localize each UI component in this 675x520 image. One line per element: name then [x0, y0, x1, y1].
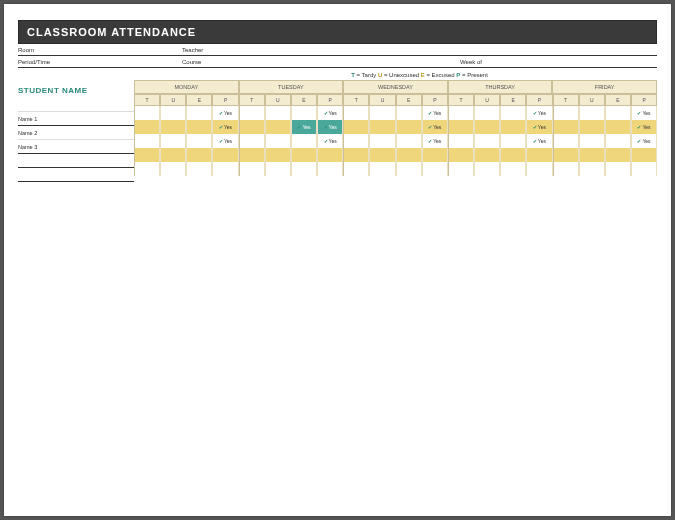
attendance-cell[interactable]: [448, 148, 474, 162]
attendance-cell[interactable]: [500, 106, 526, 120]
attendance-cell[interactable]: [553, 120, 579, 134]
attendance-cell[interactable]: [343, 134, 369, 148]
attendance-cell[interactable]: [343, 106, 369, 120]
attendance-cell[interactable]: ✔Yes: [291, 120, 317, 134]
attendance-cell[interactable]: [343, 162, 369, 176]
attendance-cell[interactable]: [239, 134, 265, 148]
attendance-cell[interactable]: [291, 106, 317, 120]
attendance-cell[interactable]: [605, 148, 631, 162]
attendance-cell[interactable]: [605, 162, 631, 176]
attendance-cell[interactable]: ✔Yes: [212, 134, 238, 148]
attendance-cell[interactable]: [396, 106, 422, 120]
attendance-cell[interactable]: ✔Yes: [212, 120, 238, 134]
attendance-cell[interactable]: [500, 162, 526, 176]
attendance-cell[interactable]: [134, 148, 160, 162]
attendance-cell[interactable]: ✔Yes: [631, 106, 657, 120]
attendance-cell[interactable]: [291, 148, 317, 162]
attendance-cell[interactable]: [186, 162, 212, 176]
attendance-cell[interactable]: ✔Yes: [631, 134, 657, 148]
attendance-cell[interactable]: [422, 162, 448, 176]
attendance-cell[interactable]: [239, 106, 265, 120]
attendance-cell[interactable]: ✔Yes: [422, 134, 448, 148]
attendance-cell[interactable]: [343, 120, 369, 134]
attendance-cell[interactable]: [579, 134, 605, 148]
attendance-cell[interactable]: ✔Yes: [631, 120, 657, 134]
attendance-cell[interactable]: [317, 162, 343, 176]
attendance-cell[interactable]: [448, 162, 474, 176]
attendance-cell[interactable]: [474, 134, 500, 148]
attendance-cell[interactable]: [265, 148, 291, 162]
attendance-cell[interactable]: [605, 134, 631, 148]
attendance-cell[interactable]: [579, 106, 605, 120]
attendance-cell[interactable]: [160, 162, 186, 176]
attendance-cell[interactable]: [448, 120, 474, 134]
attendance-cell[interactable]: [553, 148, 579, 162]
attendance-cell[interactable]: [186, 148, 212, 162]
attendance-cell[interactable]: ✔Yes: [422, 120, 448, 134]
attendance-cell[interactable]: [369, 148, 395, 162]
attendance-cell[interactable]: [448, 106, 474, 120]
attendance-cell[interactable]: [474, 120, 500, 134]
attendance-cell[interactable]: ✔Yes: [212, 106, 238, 120]
attendance-cell[interactable]: [212, 148, 238, 162]
attendance-cell[interactable]: ✔Yes: [526, 120, 552, 134]
attendance-cell[interactable]: [605, 120, 631, 134]
attendance-cell[interactable]: [160, 106, 186, 120]
attendance-cell[interactable]: ✔Yes: [317, 120, 343, 134]
attendance-cell[interactable]: [134, 162, 160, 176]
attendance-cell[interactable]: [422, 148, 448, 162]
attendance-cell[interactable]: [553, 134, 579, 148]
attendance-cell[interactable]: [160, 148, 186, 162]
attendance-cell[interactable]: [579, 162, 605, 176]
attendance-cell[interactable]: [239, 120, 265, 134]
attendance-cell[interactable]: [343, 148, 369, 162]
attendance-cell[interactable]: [291, 134, 317, 148]
attendance-cell[interactable]: [448, 134, 474, 148]
attendance-cell[interactable]: [474, 106, 500, 120]
attendance-cell[interactable]: [160, 120, 186, 134]
attendance-cell[interactable]: [369, 120, 395, 134]
attendance-cell[interactable]: [631, 162, 657, 176]
attendance-cell[interactable]: [605, 106, 631, 120]
attendance-cell[interactable]: ✔Yes: [317, 106, 343, 120]
attendance-cell[interactable]: [265, 120, 291, 134]
attendance-cell[interactable]: ✔Yes: [526, 106, 552, 120]
attendance-cell[interactable]: [317, 148, 343, 162]
attendance-cell[interactable]: [265, 162, 291, 176]
attendance-cell[interactable]: [134, 106, 160, 120]
attendance-cell[interactable]: [396, 120, 422, 134]
attendance-cell[interactable]: [396, 148, 422, 162]
attendance-cell[interactable]: [579, 148, 605, 162]
attendance-cell[interactable]: [212, 162, 238, 176]
attendance-cell[interactable]: [239, 162, 265, 176]
attendance-cell[interactable]: [526, 162, 552, 176]
attendance-cell[interactable]: [186, 120, 212, 134]
attendance-cell[interactable]: [134, 120, 160, 134]
attendance-cell[interactable]: [500, 148, 526, 162]
attendance-cell[interactable]: [396, 134, 422, 148]
attendance-cell[interactable]: [134, 134, 160, 148]
attendance-cell[interactable]: ✔Yes: [526, 134, 552, 148]
attendance-cell[interactable]: [579, 120, 605, 134]
attendance-cell[interactable]: [186, 106, 212, 120]
attendance-cell[interactable]: [265, 106, 291, 120]
attendance-cell[interactable]: [500, 134, 526, 148]
attendance-cell[interactable]: ✔Yes: [317, 134, 343, 148]
attendance-cell[interactable]: [369, 106, 395, 120]
attendance-cell[interactable]: [526, 148, 552, 162]
attendance-cell[interactable]: [160, 134, 186, 148]
attendance-cell[interactable]: [369, 162, 395, 176]
attendance-cell[interactable]: [369, 134, 395, 148]
attendance-cell[interactable]: [239, 148, 265, 162]
attendance-cell[interactable]: [186, 134, 212, 148]
attendance-cell[interactable]: [474, 162, 500, 176]
attendance-cell[interactable]: [500, 120, 526, 134]
attendance-cell[interactable]: [553, 162, 579, 176]
attendance-cell[interactable]: ✔Yes: [422, 106, 448, 120]
attendance-cell[interactable]: [265, 134, 291, 148]
attendance-cell[interactable]: [631, 148, 657, 162]
attendance-cell[interactable]: [474, 148, 500, 162]
attendance-cell[interactable]: [553, 106, 579, 120]
attendance-cell[interactable]: [291, 162, 317, 176]
attendance-cell[interactable]: [396, 162, 422, 176]
